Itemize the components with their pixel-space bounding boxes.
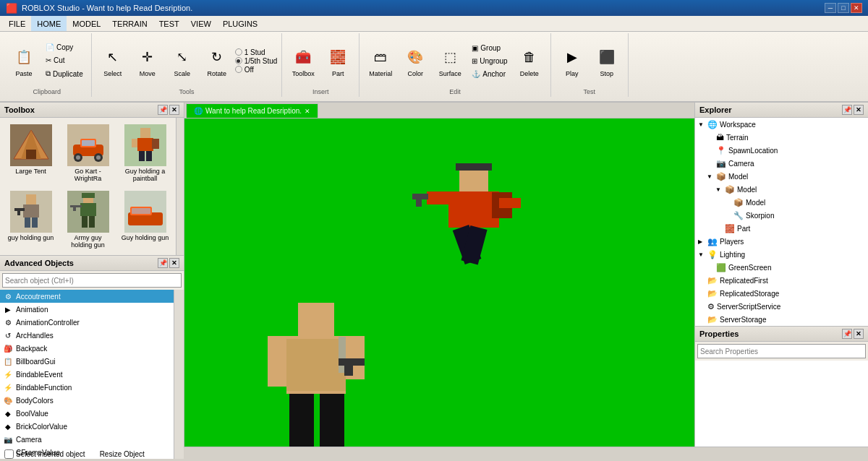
select-button[interactable]: ↖ Select	[96, 36, 129, 85]
menu-file[interactable]: FILE	[3, 16, 31, 31]
menu-terrain[interactable]: TERRAIN	[106, 16, 153, 31]
move-button[interactable]: ✛ Move	[131, 36, 164, 85]
toolbox-item-tent[interactable]: Large Tent	[3, 121, 59, 186]
svg-rect-23	[32, 217, 38, 228]
minimize-button[interactable]: ─	[825, 3, 836, 13]
tree-model-2[interactable]: ▼ 📦 Model	[695, 183, 868, 196]
toolbox-item-kart[interactable]: Go Kart - WrightRa	[60, 121, 116, 186]
delete-button[interactable]: 🗑 Delete	[513, 36, 546, 85]
explorer-close-button[interactable]: ✕	[854, 105, 864, 115]
copy-button[interactable]: 📄 Copy	[42, 41, 87, 53]
search-properties-input[interactable]	[697, 344, 866, 358]
advanced-pin-button[interactable]: 📌	[158, 258, 168, 268]
app-logo: 🟥	[6, 3, 17, 14]
tree-workspace[interactable]: ▼ 🌐 Workspace	[695, 118, 868, 131]
toolbox-item-guy-paintball[interactable]: Guy holding a paintball	[117, 121, 173, 186]
tree-camera[interactable]: 📷 Camera	[695, 157, 868, 170]
color-button[interactable]: 🎨 Color	[399, 36, 432, 85]
workspace-arrow: ▼	[698, 121, 705, 128]
explorer-controls: 📌 ✕	[842, 105, 864, 115]
surface-icon: ⬚	[438, 46, 461, 69]
advanced-close-button[interactable]: ✕	[169, 258, 179, 268]
tree-replicatedstorage[interactable]: 📂 ReplicatedStorage	[695, 287, 868, 300]
explorer-pin-button[interactable]: 📌	[842, 105, 852, 115]
svg-rect-50	[286, 339, 346, 391]
tree-lighting[interactable]: ▼ 💡 Lighting	[695, 248, 868, 261]
objects-scrollbar[interactable]	[174, 290, 184, 459]
obj-brickcolorvalue[interactable]: ◆ BrickColorValue	[0, 420, 174, 433]
tree-serverscriptservice[interactable]: ⚙ ServerScriptService	[695, 300, 868, 313]
surface-button[interactable]: ⬚ Surface	[433, 36, 467, 85]
tab-main[interactable]: 🌐 Want to help Read Desription. ✕	[186, 103, 318, 118]
stop-button[interactable]: ⬛ Stop	[590, 36, 624, 85]
obj-bindableevent[interactable]: ⚡ BindableEvent	[0, 368, 174, 381]
svg-rect-16	[139, 151, 145, 161]
tree-spawnlocation[interactable]: 📍 SpawnLocation	[695, 144, 868, 157]
obj-boolvalue[interactable]: ◆ BoolValue	[0, 407, 174, 420]
toolbox-controls: 📌 ✕	[158, 105, 179, 115]
obj-archandles[interactable]: ↺ ArcHandles	[0, 329, 174, 342]
obj-billboardgui[interactable]: 📋 BillboardGui	[0, 355, 174, 368]
obj-backpack[interactable]: 🎒 Backpack	[0, 342, 174, 355]
stud-fifth-option[interactable]: 1/5th Stud	[235, 57, 278, 65]
stud-1-option[interactable]: 1 Stud	[235, 48, 278, 56]
stud-off-option[interactable]: Off	[235, 66, 278, 74]
scale-button[interactable]: ⤡ Scale	[166, 36, 199, 85]
toolbox-icon: 🧰	[292, 46, 315, 69]
select-icon: ↖	[101, 46, 124, 69]
rotate-button[interactable]: ↻ Rotate	[200, 36, 234, 85]
properties-pin-button[interactable]: 📌	[842, 329, 852, 339]
search-objects-input[interactable]	[2, 273, 182, 288]
group-button[interactable]: ▣ Group	[468, 42, 511, 54]
cut-button[interactable]: ✂ Cut	[42, 54, 87, 66]
menu-test[interactable]: TEST	[153, 16, 185, 31]
tree-model-3[interactable]: 📦 Model	[695, 196, 868, 209]
tree-model-1[interactable]: ▼ 📦 Model	[695, 170, 868, 183]
viewport[interactable]	[184, 119, 694, 447]
close-button[interactable]: ✕	[851, 3, 862, 13]
toolbox-item-soldier[interactable]: Guy holding gun	[117, 187, 173, 252]
stud-1-radio	[235, 48, 242, 56]
menu-home[interactable]: HOME	[31, 16, 67, 31]
tree-part[interactable]: 🧱 Part	[695, 222, 868, 235]
duplicate-button[interactable]: ⧉ Duplicate	[42, 67, 87, 80]
tree-skorpion[interactable]: 🔧 Skorpion	[695, 209, 868, 222]
title-bar-left: 🟥 ROBLOX Studio - Want to help Read Desr…	[6, 3, 192, 14]
tree-greenscreen[interactable]: 🟩 GreenScreen	[695, 261, 868, 274]
menu-bar: FILE HOME MODEL TERRAIN TEST VIEW PLUGIN…	[0, 16, 868, 32]
anchor-button[interactable]: ⚓ Anchor	[468, 68, 511, 80]
ungroup-button[interactable]: ⊞ Ungroup	[468, 55, 511, 67]
toolbox-item-guy-gun[interactable]: guy holding gun	[3, 187, 59, 252]
properties-close-button[interactable]: ✕	[854, 329, 864, 339]
toolbox-close-button[interactable]: ✕	[169, 105, 179, 115]
select-inserted-checkbox[interactable]	[4, 449, 14, 459]
title-bar-controls[interactable]: ─ □ ✕	[825, 3, 862, 13]
obj-animation[interactable]: ▶ Animation	[0, 303, 174, 316]
maximize-button[interactable]: □	[838, 3, 849, 13]
toolbox-item-army[interactable]: Army guy holding gun	[60, 187, 116, 252]
svg-rect-42	[427, 191, 448, 204]
obj-bodycolors[interactable]: 🎨 BodyColors	[0, 394, 174, 407]
paste-icon: 📋	[12, 46, 35, 69]
part-button[interactable]: 🧱 Part	[321, 36, 354, 85]
paste-button[interactable]: 📋 Paste	[7, 36, 41, 85]
tree-serverstorage[interactable]: 📂 ServerStorage	[695, 313, 868, 326]
obj-camera[interactable]: 📷 Camera	[0, 433, 174, 446]
material-button[interactable]: 🗃 Material	[364, 36, 397, 85]
spawn-icon: 📍	[716, 146, 726, 155]
tab-close-button[interactable]: ✕	[305, 108, 310, 115]
obj-accoutrement[interactable]: ⚙ Accoutrement	[0, 290, 174, 303]
toolbox-pin-button[interactable]: 📌	[158, 105, 168, 115]
play-button[interactable]: ▶ Play	[556, 36, 589, 85]
obj-animationcontroller[interactable]: ⚙ AnimationController	[0, 316, 174, 329]
menu-plugins[interactable]: PLUGINS	[217, 16, 263, 31]
toolbox-scrollbar[interactable]	[176, 118, 184, 255]
toolbox-button[interactable]: 🧰 Toolbox	[286, 36, 320, 85]
tree-replicatedfirst[interactable]: 📂 ReplicatedFirst	[695, 274, 868, 287]
obj-bindablefunction[interactable]: ⚡ BindableFunction	[0, 381, 174, 394]
greenscreen-icon: 🟩	[716, 263, 726, 272]
tree-players[interactable]: ▶ 👥 Players	[695, 235, 868, 248]
menu-model[interactable]: MODEL	[67, 16, 106, 31]
tree-terrain[interactable]: 🏔 Terrain	[695, 131, 868, 144]
menu-view[interactable]: VIEW	[185, 16, 217, 31]
